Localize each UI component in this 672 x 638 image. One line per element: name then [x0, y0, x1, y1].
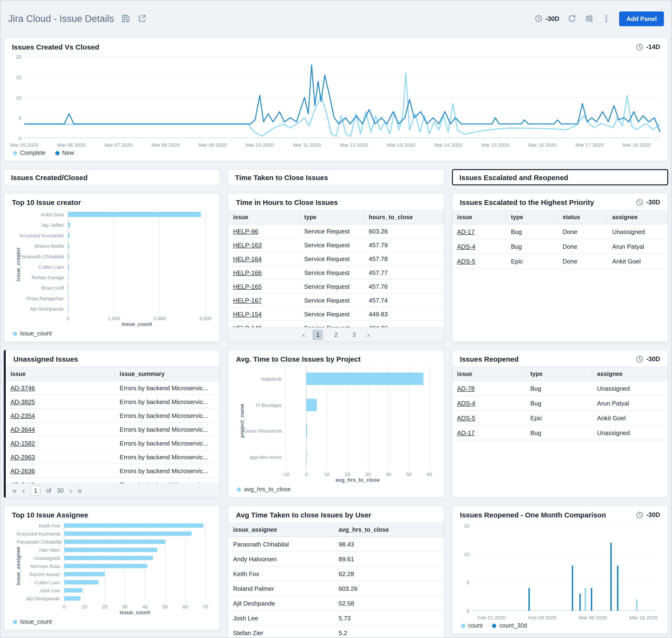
avg-time-by-project-chart[interactable]: project_nameHelpdeskIT-BusAppsHuman Reso…: [228, 364, 444, 484]
bar-ajit-deshpande[interactable]: [68, 306, 69, 312]
bar-jay-jaffari[interactable]: [68, 222, 70, 228]
bar-krzysztof-kucharski[interactable]: [64, 532, 191, 536]
refresh-icon[interactable]: [568, 14, 576, 23]
column-header-assignee[interactable]: assignee: [592, 370, 668, 378]
page-button-2[interactable]: 2: [331, 330, 341, 340]
legend-item-complete[interactable]: Complete: [13, 150, 46, 156]
panel-time-range[interactable]: -30D: [636, 199, 660, 206]
bar-samim-ansari[interactable]: [64, 572, 105, 576]
next-page-button[interactable]: ›: [69, 487, 72, 494]
column-header-status[interactable]: status: [558, 213, 607, 221]
kebab-menu-icon[interactable]: [602, 14, 611, 23]
bar-priya-rangachar[interactable]: [68, 296, 69, 301]
issue-link[interactable]: ADS-4: [457, 400, 475, 407]
column-header-issue[interactable]: issue: [6, 370, 115, 378]
legend-item-avg-hrs-to-close[interactable]: avg_hrs_to_close: [237, 486, 291, 493]
bar-unassigned[interactable]: [64, 556, 153, 560]
column-header-type[interactable]: type: [525, 370, 592, 378]
bar-han-wen[interactable]: [64, 548, 157, 552]
bar-josh-lee[interactable]: [64, 588, 82, 592]
first-page-button[interactable]: «: [12, 487, 17, 494]
page-button-1[interactable]: 1: [313, 330, 323, 340]
issue-link[interactable]: AD-17: [457, 429, 475, 436]
bar-rohan-ganiga[interactable]: [68, 275, 69, 280]
column-header-type[interactable]: type: [506, 213, 558, 221]
bar-count-30d[interactable]: [591, 588, 592, 611]
column-header-issue[interactable]: issue: [452, 370, 525, 378]
column-header-issue[interactable]: issue: [228, 213, 299, 221]
legend-item-count-30d[interactable]: count_30d: [492, 622, 527, 629]
issue-link[interactable]: AD-17: [457, 228, 475, 235]
bar-count[interactable]: [585, 588, 586, 611]
bar-count-30d[interactable]: [572, 565, 573, 611]
panel-time-range[interactable]: -30D: [636, 355, 660, 363]
top-issue-creator-chart[interactable]: issue_creatorAnkit GoelJay JaffariKrzysz…: [4, 207, 220, 328]
issue-link[interactable]: HELP-96: [233, 228, 258, 235]
issue-link[interactable]: HELP-166: [233, 269, 262, 276]
section-header-time-taken[interactable]: Time Taken to Close Issues: [228, 169, 444, 185]
top-issue-assignee-chart[interactable]: issue_assigneeKeith FoxKrzysztof Kuchars…: [4, 520, 220, 617]
series-new[interactable]: [24, 65, 660, 132]
section-header-issues-created-closed[interactable]: Issues Created/Closed: [4, 169, 220, 185]
bar-norman-ruta[interactable]: [64, 564, 147, 568]
bar-count[interactable]: [636, 600, 638, 611]
section-header-escalated-reopened[interactable]: Issues Escalated and Reopened: [452, 169, 668, 185]
bar-keith-fox[interactable]: [64, 524, 203, 528]
issue-link[interactable]: HELP-167: [233, 297, 262, 304]
column-header-assignee[interactable]: assignee: [607, 213, 668, 221]
next-page-button[interactable]: ›: [367, 331, 369, 338]
issue-link[interactable]: ADS-5: [457, 414, 475, 421]
panel-time-range[interactable]: -30D: [636, 511, 660, 519]
series-complete[interactable]: [24, 73, 660, 136]
save-icon[interactable]: [122, 14, 130, 23]
prev-page-button[interactable]: ‹: [303, 331, 305, 338]
bar-bhanu-akella[interactable]: [68, 243, 69, 249]
issue-link[interactable]: AD-2636: [11, 467, 35, 474]
global-time-range[interactable]: -30D: [535, 15, 559, 22]
panel-time-range[interactable]: -14D: [636, 43, 660, 51]
column-header-issue-summary[interactable]: issue_summary: [115, 370, 220, 378]
issue-link[interactable]: HELP-164: [233, 255, 262, 262]
export-icon[interactable]: [138, 14, 147, 23]
bar-count-30d[interactable]: [529, 588, 530, 611]
bar-parasnath-chhabilal[interactable]: [64, 540, 165, 544]
bar-krzysztof-kucharski[interactable]: [68, 233, 70, 238]
column-header-issue-assignee[interactable]: issue_assignee: [228, 526, 334, 534]
legend-item-count[interactable]: count: [461, 622, 482, 629]
bar-it-busapps[interactable]: [307, 399, 317, 411]
bar-count-30d[interactable]: [617, 565, 618, 611]
prev-page-button[interactable]: ‹: [22, 487, 25, 494]
bar-human-resources[interactable]: [307, 425, 307, 437]
issue-link[interactable]: AD-2963: [11, 453, 35, 460]
reopened-comparison-chart[interactable]: 051015Feb 21 2020Feb 29 2020Mar 08 2020M…: [460, 523, 659, 620]
column-header-avg-hrs-to-close[interactable]: avg_hrs_to_close: [334, 526, 444, 534]
issue-link[interactable]: ADS-5: [457, 257, 475, 265]
issue-link[interactable]: HELP-154: [233, 310, 262, 318]
bar-parasnath-chhabilal[interactable]: [68, 254, 69, 259]
column-header-type[interactable]: type: [299, 213, 364, 221]
bar-ankit-goel[interactable]: [68, 212, 201, 217]
created-vs-closed-chart[interactable]: 05101520Mar 05 2020Mar 06 2020Mar 07 202…: [10, 54, 660, 148]
bar-app-dev-sumo[interactable]: [307, 451, 307, 463]
bar-brian-goff[interactable]: [68, 285, 69, 290]
current-page-input[interactable]: 1: [31, 486, 40, 496]
issue-link[interactable]: HELP-165: [233, 283, 262, 290]
legend-item-issue-count[interactable]: issue_count: [13, 330, 52, 337]
legend-item-new[interactable]: New: [55, 150, 74, 156]
column-header-hours-to-close[interactable]: hours_to_close: [364, 213, 444, 221]
bar-helpdesk[interactable]: [307, 373, 424, 385]
last-page-button[interactable]: »: [77, 487, 82, 494]
filters-icon[interactable]: [585, 14, 594, 23]
add-panel-button[interactable]: Add Panel: [619, 11, 664, 26]
page-button-3[interactable]: 3: [349, 330, 359, 340]
issue-link[interactable]: AD-2354: [11, 412, 35, 419]
issue-link[interactable]: AD-2448: [11, 481, 35, 483]
column-header-issue[interactable]: issue: [452, 213, 506, 221]
bar-cullen-lam[interactable]: [64, 580, 99, 584]
bar-cullen-lam[interactable]: [68, 264, 69, 269]
issue-link[interactable]: AD-1582: [11, 439, 35, 447]
issue-link[interactable]: AD-3644: [11, 426, 35, 433]
issue-link[interactable]: HELP-163: [233, 241, 262, 249]
issue-link[interactable]: ADS-4: [457, 243, 475, 250]
bar-count-30d[interactable]: [579, 594, 581, 611]
